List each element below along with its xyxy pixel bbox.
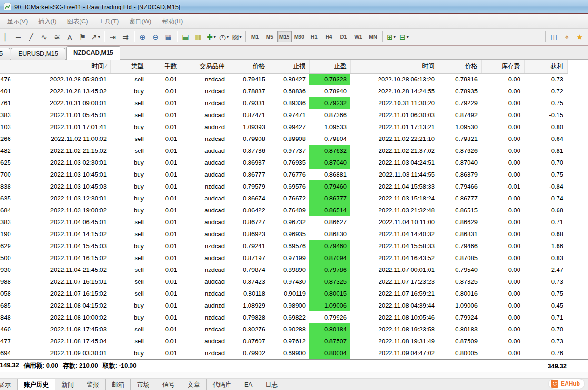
table-row[interactable]: 0582022.11.07 16:15:02sell0.01nzdcad0.80… xyxy=(0,288,567,300)
column-header-order[interactable] xyxy=(0,60,20,73)
table-row[interactable]: 2662022.11.02 11:00:02sell0.01nzdcad0.79… xyxy=(0,133,567,145)
table-row[interactable]: 9302022.11.04 21:45:02sell0.01nzdcad0.79… xyxy=(0,264,567,276)
new-chart-button[interactable]: ⊞▾ xyxy=(385,30,398,43)
table-row[interactable]: 1032022.11.01 17:01:41buy0.01audnzd1.093… xyxy=(0,121,567,133)
chart-tab-nzdcad-m15[interactable]: NZDCAD,M15 xyxy=(66,46,120,60)
chart-shift-icon: ⇥ xyxy=(110,33,116,40)
arrows-button[interactable]: ↗▾ xyxy=(89,30,102,43)
cell-lots: 0.01 xyxy=(148,264,181,276)
favorites-button[interactable]: ★ xyxy=(573,30,586,43)
text-button[interactable]: A xyxy=(63,30,76,43)
bottom-tab-news[interactable]: 新闻 xyxy=(55,379,80,390)
table-row[interactable]: 6252022.11.03 02:30:01buy0.01audcad0.869… xyxy=(0,157,567,169)
zoom-out-button[interactable]: ⊖ xyxy=(149,30,162,43)
table-row[interactable]: 7612022.10.31 09:00:01sell0.01nzdcad0.79… xyxy=(0,97,567,109)
cell-close-time: 2022.11.09 04:47:02 xyxy=(350,347,439,359)
tile-windows-button[interactable]: ▦ xyxy=(162,30,175,43)
history-table: 时间 ∕类型手数交易品种价格止损止盈时间价格库存费获利4762022.10.28… xyxy=(0,60,568,359)
table-row[interactable]: 5002022.11.04 16:15:02sell0.01audcad0.87… xyxy=(0,252,567,264)
fibonacci-button[interactable]: ≋ xyxy=(50,30,63,43)
table-row[interactable]: 4762022.10.28 05:30:01sell0.01nzdcad0.79… xyxy=(0,73,567,85)
table-row[interactable]: 6942022.11.09 03:30:01buy0.01nzdcad0.799… xyxy=(0,347,567,359)
column-header-open-time[interactable]: 时间 ∕ xyxy=(20,60,110,73)
table-row[interactable]: 7002022.11.03 10:45:01buy0.01audcad0.867… xyxy=(0,169,567,180)
timeframe-h4-button[interactable]: H4 xyxy=(321,31,336,42)
table-row[interactable]: 4602022.11.08 17:45:03sell0.01nzdcad0.80… xyxy=(0,323,567,335)
table-row[interactable]: 8482022.11.08 10:00:02buy0.01nzdcad0.798… xyxy=(0,311,567,323)
bottom-tab-ea[interactable]: EA xyxy=(238,379,259,390)
timeframe-mn-button[interactable]: MN xyxy=(366,31,380,42)
label-button[interactable]: ⚑ xyxy=(76,30,89,43)
menu-item-view[interactable]: 显示(V) xyxy=(2,14,33,29)
timeframe-m30-button[interactable]: M30 xyxy=(292,31,307,42)
timeframe-d1-button[interactable]: D1 xyxy=(336,31,351,42)
table-row[interactable]: 6352022.11.03 12:30:01buy0.01audcad0.866… xyxy=(0,192,567,204)
table-row[interactable]: 9882022.11.07 16:15:01sell0.01audcad0.87… xyxy=(0,276,567,288)
zoom-in-button[interactable]: ⊕ xyxy=(136,30,149,43)
table-row[interactable]: 6842022.11.03 19:00:02buy0.01audcad0.864… xyxy=(0,204,567,216)
timeframe-w1-button[interactable]: W1 xyxy=(351,31,366,42)
cell-close-time: 2022.11.08 04:39:44 xyxy=(350,300,439,311)
cell-close-time: 2022.11.07 00:01:01 xyxy=(350,264,439,276)
bottom-tab-alerts[interactable]: 警报 xyxy=(80,379,106,390)
bottom-tab-signals[interactable]: 信号 xyxy=(156,379,181,390)
indicators-button[interactable]: ✚▾ xyxy=(205,30,218,43)
column-header-type[interactable]: 类型 xyxy=(110,60,148,73)
profiles-button[interactable]: ⊟▾ xyxy=(398,30,410,43)
column-header-swap[interactable]: 库存费 xyxy=(481,60,524,73)
chart-grid-button[interactable]: ▥ xyxy=(192,30,205,43)
timeframe-m1-button[interactable]: M1 xyxy=(248,31,262,42)
table-row[interactable]: 8382022.11.03 10:45:03buy0.01nzdcad0.795… xyxy=(0,180,567,192)
column-header-open-price[interactable]: 价格 xyxy=(229,60,269,73)
menu-item-help[interactable]: 帮助(H) xyxy=(157,14,188,29)
chart-tab-m5-partial[interactable]: 5 xyxy=(0,48,10,60)
data-window-button[interactable]: ◫ xyxy=(548,30,560,43)
bottom-tab-market[interactable]: 市场 xyxy=(131,379,156,390)
menu-item-charts[interactable]: 图表(C) xyxy=(62,14,93,29)
table-row[interactable]: 6292022.11.04 15:45:03buy0.01nzdcad0.792… xyxy=(0,240,567,252)
cell-order: 629 xyxy=(0,240,20,252)
column-header-stop-loss[interactable]: 止损 xyxy=(269,60,309,73)
table-row[interactable]: 4012022.10.28 13:45:02buy0.01nzdcad0.788… xyxy=(0,85,567,97)
bottom-tab-account-history[interactable]: 账户历史 xyxy=(18,379,55,390)
bottom-tab-exposure[interactable]: 展示 xyxy=(0,379,18,390)
trendline-button[interactable]: ╱ xyxy=(25,30,38,43)
menu-item-window[interactable]: 窗口(W) xyxy=(124,14,157,29)
vertical-line-button[interactable]: │ xyxy=(0,30,12,43)
chart-shift-button[interactable]: ⇥ xyxy=(106,30,119,43)
timeframe-m5-button[interactable]: M5 xyxy=(262,31,277,42)
horizontal-line-button[interactable]: ─ xyxy=(12,30,25,43)
cell-open-time: 2022.11.09 03:30:01 xyxy=(20,347,110,359)
table-row[interactable]: 3832022.11.01 05:45:01sell0.01audcad0.87… xyxy=(0,109,567,121)
column-header-close-time[interactable]: 时间 xyxy=(350,60,439,73)
periods-button[interactable]: ◷▾ xyxy=(218,30,230,43)
table-row[interactable]: 6852022.11.08 04:15:02buy0.01audnzd1.089… xyxy=(0,300,567,311)
table-row[interactable]: 4772022.11.08 17:45:04sell0.01audcad0.87… xyxy=(0,335,567,347)
table-row[interactable]: 4822022.11.02 21:15:02sell0.01audcad0.87… xyxy=(0,145,567,157)
crosshair-button[interactable]: ⌖ xyxy=(560,30,573,43)
table-row[interactable]: 1902022.11.04 14:15:02sell0.01audcad0.86… xyxy=(0,228,567,240)
bottom-tab-journal[interactable]: 日志 xyxy=(259,379,284,390)
bottom-tab-mailbox[interactable]: 邮箱 xyxy=(106,379,131,390)
cell-profit: 0.71 xyxy=(524,311,567,323)
cell-lots: 0.01 xyxy=(148,73,181,85)
column-header-take-profit[interactable]: 止盈 xyxy=(309,60,350,73)
templates-button[interactable]: ▨▾ xyxy=(230,30,243,43)
column-header-profit[interactable]: 获利 xyxy=(524,60,567,73)
menu-item-tools[interactable]: 工具(T) xyxy=(93,14,124,29)
timeframe-m15-button[interactable]: M15 xyxy=(277,31,292,42)
table-row[interactable]: 3832022.11.04 06:45:01sell0.01audcad0.86… xyxy=(0,216,567,228)
menu-item-insert[interactable]: 插入(I) xyxy=(33,14,61,29)
timeframe-h1-button[interactable]: H1 xyxy=(307,31,321,42)
title-bar[interactable]: 90: ICMarketsSC-Live11 - Raw Trading Ltd… xyxy=(0,0,588,14)
column-header-symbol[interactable]: 交易品种 xyxy=(181,60,229,73)
column-header-lots[interactable]: 手数 xyxy=(148,60,181,73)
column-header-close-price[interactable]: 价格 xyxy=(439,60,481,73)
auto-scroll-button[interactable]: ⇉ xyxy=(119,30,132,43)
channel-button[interactable]: ∿ xyxy=(38,30,50,43)
chart-list-button[interactable]: ▤ xyxy=(179,30,192,43)
chart-tab-eurusd-m15[interactable]: EURUSD,M15 xyxy=(11,48,65,60)
bottom-tab-articles[interactable]: 文章 xyxy=(181,379,207,390)
cell-profit: 0.73 xyxy=(524,276,567,288)
bottom-tab-code-base[interactable]: 代码库 xyxy=(207,379,238,390)
